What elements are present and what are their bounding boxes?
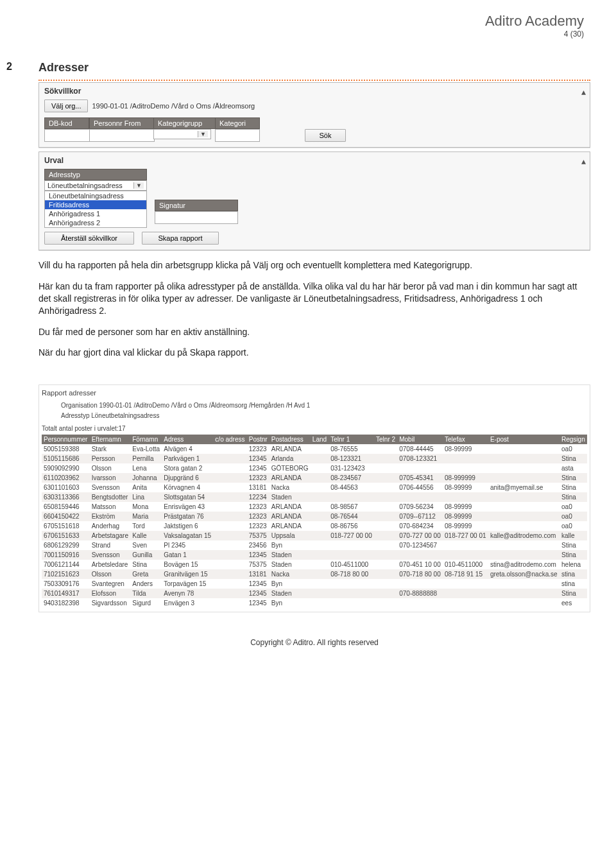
table-cell — [443, 454, 488, 463]
table-cell: 6303113366 — [42, 492, 90, 502]
table-cell: 0709--67112 — [397, 512, 443, 521]
dbkod-label: DB-kod — [44, 117, 89, 129]
paragraph: Vill du ha rapporten på hela din arbetsg… — [38, 259, 590, 272]
adresstyp-option[interactable]: Anhörigadress 2 — [45, 218, 146, 227]
doc-page-indicator: 4 (30) — [38, 30, 584, 39]
table-cell — [443, 492, 488, 502]
paragraph: Du får med de personer som har en aktiv … — [38, 326, 590, 338]
adresstyp-options-list[interactable]: LöneutbetalningsadressFritidsadressAnhör… — [44, 191, 147, 228]
adresstyp-select[interactable]: Löneutbetalningsadress ▼ — [44, 180, 147, 191]
table-cell: Parkvägen 1 — [162, 454, 213, 463]
table-cell — [374, 463, 397, 473]
table-cell — [374, 454, 397, 463]
report-table: PersonnummerEfternamnFörnamnAdressc/o ad… — [42, 435, 587, 608]
table-cell: 031-123423 — [329, 463, 374, 473]
table-cell — [443, 589, 488, 598]
column-header: E-post — [488, 435, 560, 444]
table-cell — [311, 483, 329, 492]
table-cell: Granitvägen 15 — [162, 569, 213, 579]
collapse-icon[interactable]: ▴ — [581, 87, 586, 97]
table-cell: 0708-123321 — [397, 454, 443, 463]
create-report-button[interactable]: Skapa rapport — [142, 232, 219, 245]
kategori-input[interactable] — [215, 129, 260, 142]
table-cell: Staden — [270, 560, 311, 569]
table-cell: helena — [560, 560, 587, 569]
adresstyp-option[interactable]: Fritidsadress — [45, 200, 146, 209]
table-cell — [488, 550, 560, 560]
table-cell: Nacka — [270, 569, 311, 579]
table-cell — [374, 531, 397, 540]
adresstyp-label: Adresstyp — [44, 169, 147, 180]
table-cell — [213, 579, 246, 589]
table-cell: ARLANDA — [270, 512, 311, 521]
table-cell: 08-718 91 15 — [443, 569, 488, 579]
search-button[interactable]: Sök — [305, 129, 346, 142]
table-cell: Strand — [90, 540, 131, 550]
personnr-label: Personnr From — [89, 117, 155, 129]
column-header: Postnr — [247, 435, 270, 444]
table-cell: Pernilla — [130, 454, 162, 463]
table-cell — [311, 589, 329, 598]
table-cell: oa0 — [560, 502, 587, 512]
table-cell — [311, 502, 329, 512]
table-cell: 75375 — [247, 531, 270, 540]
table-cell — [213, 569, 246, 579]
search-criteria-title: Sökvillkor — [44, 87, 585, 96]
adresstyp-option[interactable]: Löneutbetalningsadress — [45, 191, 146, 200]
signatur-label: Signatur — [155, 200, 238, 211]
kategorigrupp-select[interactable]: ▼ — [153, 129, 211, 139]
table-cell: Eva-Lotta — [130, 444, 162, 454]
paragraph: Här kan du ta fram rapporter på olika ad… — [38, 281, 590, 317]
table-cell: Staden — [270, 589, 311, 598]
table-cell — [397, 550, 443, 560]
table-row: 6303113366BengtsdotterLinaSlottsgatan 54… — [42, 492, 587, 502]
table-cell — [374, 492, 397, 502]
table-cell — [443, 579, 488, 589]
signatur-input[interactable] — [155, 211, 238, 224]
table-cell: oa0 — [560, 521, 587, 531]
table-cell — [213, 444, 246, 454]
table-row: 7102151623OlssonGretaGranitvägen 1513181… — [42, 569, 587, 579]
column-header: Regsign — [560, 435, 587, 444]
report-panel: Rapport adresser Organisation 1990-01-01… — [38, 384, 590, 612]
table-cell — [329, 579, 374, 589]
table-cell: Envägen 3 — [162, 598, 213, 608]
table-cell — [311, 473, 329, 483]
table-cell: ARLANDA — [270, 502, 311, 512]
table-cell — [374, 483, 397, 492]
table-cell — [374, 521, 397, 531]
table-cell: Ivarsson — [90, 473, 131, 483]
dbkod-input[interactable] — [44, 129, 90, 142]
table-cell — [488, 502, 560, 512]
table-cell: 12323 — [247, 502, 270, 512]
table-cell: 12345 — [247, 454, 270, 463]
personnr-input[interactable] — [89, 129, 155, 142]
table-cell: 0705-45341 — [397, 473, 443, 483]
table-row: 5105115686PerssonPernillaParkvägen 11234… — [42, 454, 587, 463]
table-row: 6508159446MatssonMonaEnrisvägen 4312323A… — [42, 502, 587, 512]
table-cell: 7610149317 — [42, 589, 90, 598]
kategorigrupp-label: Kategorigrupp — [153, 117, 216, 129]
table-cell: 6806129299 — [42, 540, 90, 550]
reset-filter-button[interactable]: Återställ sökvillkor — [44, 232, 134, 245]
table-cell: Stina — [560, 483, 587, 492]
table-cell: 75375 — [247, 560, 270, 569]
table-cell — [488, 540, 560, 550]
table-cell: Mona — [130, 502, 162, 512]
table-cell: 13181 — [247, 569, 270, 579]
table-cell — [488, 512, 560, 521]
table-cell — [213, 598, 246, 608]
table-cell — [311, 560, 329, 569]
choose-org-button[interactable]: Välj org... — [44, 99, 88, 112]
collapse-icon[interactable]: ▴ — [581, 156, 586, 166]
table-cell — [397, 579, 443, 589]
table-cell: 08-99999 — [443, 502, 488, 512]
table-cell: Bengtsdotter — [90, 492, 131, 502]
table-row: 7610149317ElofssonTildaAvenyn 7812345Sta… — [42, 589, 587, 598]
table-cell: Nacka — [270, 483, 311, 492]
table-cell: 070-684234 — [397, 521, 443, 531]
chevron-down-icon[interactable]: ▼ — [133, 182, 144, 189]
column-header: Telnr 1 — [329, 435, 374, 444]
adresstyp-option[interactable]: Anhörigadress 1 — [45, 209, 146, 218]
table-cell — [213, 560, 246, 569]
